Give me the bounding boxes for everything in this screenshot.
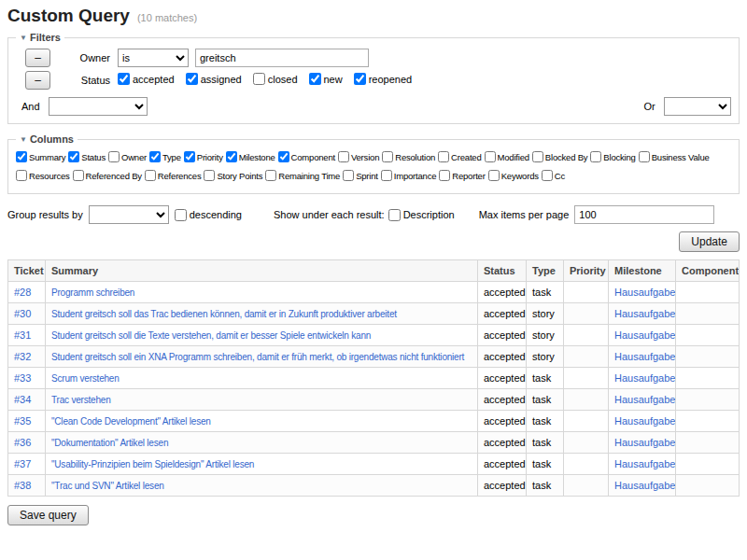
column-checkbox-milestone[interactable]: [226, 151, 237, 162]
ticket-link[interactable]: #38: [14, 480, 31, 491]
summary-link[interactable]: Trac verstehen: [51, 395, 111, 405]
cell-type: task: [527, 454, 564, 475]
status-checkbox-accepted[interactable]: [118, 73, 130, 85]
status-option-label: assigned: [201, 74, 242, 85]
column-option-label: Type: [162, 152, 181, 162]
column-checkbox-importance[interactable]: [381, 170, 392, 181]
ticket-link[interactable]: #28: [14, 287, 31, 298]
milestone-link[interactable]: Hausaufgabe: [614, 480, 675, 491]
column-checkbox-blocking[interactable]: [590, 151, 601, 162]
milestone-link[interactable]: Hausaufgabe: [614, 351, 675, 362]
summary-link[interactable]: "Clean Code Development" Artikel lesen: [51, 416, 211, 427]
summary-link[interactable]: "Dokumentation" Artikel lesen: [51, 438, 168, 448]
max-items-input[interactable]: [574, 205, 714, 224]
column-checkbox-resources[interactable]: [16, 170, 27, 181]
cell-ticket: #36: [8, 432, 46, 454]
milestone-link[interactable]: Hausaufgabe: [614, 372, 675, 384]
milestone-link[interactable]: Hausaufgabe: [614, 458, 675, 469]
description-checkbox[interactable]: [388, 209, 401, 221]
column-checkbox-referenced-by[interactable]: [73, 170, 84, 181]
column-checkbox-references[interactable]: [145, 170, 156, 181]
status-checkbox-closed[interactable]: [253, 73, 265, 85]
ticket-link[interactable]: #30: [14, 308, 31, 319]
ticket-link[interactable]: #37: [14, 458, 31, 469]
column-header-component[interactable]: Component: [676, 260, 740, 282]
milestone-link[interactable]: Hausaufgabe: [614, 308, 675, 319]
status-checkbox-new[interactable]: [309, 73, 321, 85]
and-label: And: [21, 101, 40, 112]
column-checkbox-story-points[interactable]: [204, 170, 215, 181]
column-header-milestone[interactable]: Milestone: [609, 260, 676, 282]
column-checkbox-priority[interactable]: [184, 151, 195, 162]
column-checkbox-remaining-time[interactable]: [265, 170, 276, 181]
status-checkbox-assigned[interactable]: [186, 73, 198, 85]
ticket-link[interactable]: #34: [14, 394, 31, 405]
ticket-link[interactable]: #36: [14, 437, 31, 448]
milestone-link[interactable]: Hausaufgabe: [614, 437, 675, 448]
remove-owner-filter-button[interactable]: –: [25, 49, 50, 67]
summary-link[interactable]: "Usability-Prinzipien beim Spieldesign" …: [51, 459, 254, 469]
column-checkbox-component[interactable]: [278, 151, 289, 162]
column-checkbox-keywords[interactable]: [488, 170, 500, 181]
summary-link[interactable]: Programm schreiben: [51, 287, 134, 298]
save-query-button[interactable]: Save query: [7, 505, 89, 525]
column-checkbox-summary[interactable]: [16, 151, 27, 162]
group-by-select[interactable]: [89, 205, 169, 224]
cell-milestone: Hausaufgabe: [609, 368, 676, 389]
summary-link[interactable]: Student greitsch soll die Texte verstehe…: [51, 330, 371, 341]
columns-fieldset: ▼Columns SummaryStatusOwnerTypePriorityM…: [7, 133, 740, 194]
column-checkbox-business-value[interactable]: [639, 151, 650, 162]
milestone-link[interactable]: Hausaufgabe: [614, 329, 675, 341]
descending-checkbox[interactable]: [175, 209, 187, 221]
owner-value-input[interactable]: [195, 49, 369, 67]
cell-priority: [564, 475, 609, 497]
column-checkbox-created[interactable]: [438, 151, 449, 162]
column-checkbox-version[interactable]: [338, 151, 349, 162]
ticket-row-30: #30Student greitsch soll das Trac bedien…: [8, 303, 740, 325]
summary-link[interactable]: "Trac und SVN" Artikel lesen: [51, 481, 164, 491]
filters-legend[interactable]: ▼Filters: [16, 32, 64, 43]
column-checkbox-cc[interactable]: [542, 170, 553, 181]
description-label: Description: [403, 209, 455, 220]
ticket-link[interactable]: #33: [14, 372, 31, 384]
column-option-label: Summary: [29, 152, 65, 162]
column-checkbox-blocked-by[interactable]: [532, 151, 543, 162]
update-button[interactable]: Update: [679, 231, 740, 252]
column-header-type[interactable]: Type: [527, 260, 564, 282]
milestone-link[interactable]: Hausaufgabe: [614, 394, 675, 405]
column-header-status[interactable]: Status: [478, 260, 527, 282]
status-checkbox-reopened[interactable]: [354, 73, 366, 85]
column-checkbox-type[interactable]: [149, 151, 161, 162]
ticket-link[interactable]: #32: [14, 351, 31, 362]
and-filter-select[interactable]: [49, 97, 148, 116]
milestone-link[interactable]: Hausaufgabe: [614, 287, 675, 298]
summary-link[interactable]: Student greitsch soll ein XNA Programm s…: [51, 352, 464, 362]
column-checkbox-reporter[interactable]: [439, 170, 450, 181]
column-option-business-value: Business Value: [639, 151, 710, 162]
column-header-summary[interactable]: Summary: [46, 260, 478, 282]
column-header-priority[interactable]: Priority: [564, 260, 609, 282]
remove-status-filter-button[interactable]: –: [25, 71, 50, 90]
column-checkbox-status[interactable]: [68, 151, 79, 162]
or-filter-select[interactable]: [664, 97, 731, 116]
column-option-label: Created: [451, 152, 481, 162]
column-option-component: Component: [278, 151, 335, 162]
ticket-row-36: #36"Dokumentation" Artikel lesenaccepted…: [8, 432, 740, 454]
column-checkbox-owner[interactable]: [108, 151, 120, 162]
milestone-link[interactable]: Hausaufgabe: [614, 415, 675, 427]
cell-priority: [564, 368, 609, 389]
column-checkbox-modified[interactable]: [485, 151, 496, 162]
columns-legend[interactable]: ▼Columns: [16, 133, 78, 145]
cell-status: accepted: [478, 346, 527, 368]
column-checkbox-resolution[interactable]: [382, 151, 393, 162]
column-checkbox-sprint[interactable]: [343, 170, 354, 181]
owner-mode-select[interactable]: is: [118, 49, 189, 67]
status-option-accepted: accepted: [118, 73, 175, 85]
summary-link[interactable]: Student greitsch soll das Trac bedienen …: [51, 309, 397, 319]
ticket-link[interactable]: #35: [14, 415, 31, 427]
summary-link[interactable]: Scrum verstehen: [51, 373, 120, 384]
column-header-ticket[interactable]: Ticket: [8, 260, 46, 282]
cell-component: [676, 282, 740, 303]
column-option-label: Cc: [555, 171, 565, 181]
ticket-link[interactable]: #31: [14, 329, 31, 341]
